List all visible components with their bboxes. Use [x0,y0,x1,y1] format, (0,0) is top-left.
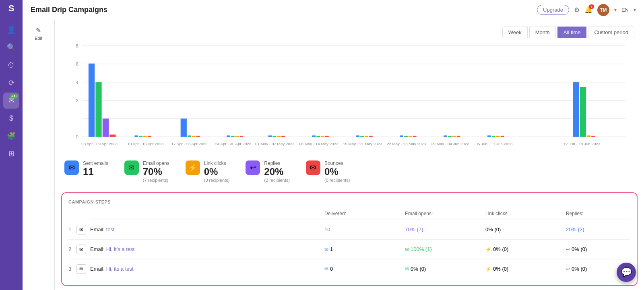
svg-rect-38 [369,136,373,137]
svg-rect-13 [103,119,109,137]
email-opens-value: 70% [143,166,169,178]
sidebar-item-clock[interactable]: ⏱ [3,57,19,73]
bounces-label: Bounces [324,160,350,166]
replies-sub: (2 recipients) [264,178,290,183]
notification-icon[interactable]: 🔔 6 [584,6,592,14]
step-link-3[interactable]: Hi, its a test [106,266,134,272]
avatar-chevron[interactable]: ▾ [614,7,617,13]
svg-rect-27 [268,136,272,137]
step-link-1[interactable]: test [106,226,115,232]
main: Email Drip Campaigns Upgrade ⚙ 🔔 6 TM ▾ … [23,0,644,290]
topbar: Email Drip Campaigns Upgrade ⚙ 🔔 6 TM ▾ … [23,0,644,20]
svg-rect-35 [356,136,359,137]
bounces-value: 0% [324,166,350,178]
sent-emails-value: 11 [83,166,108,178]
chat-button[interactable]: 💬 [617,263,636,282]
chat-icon: 💬 [621,267,632,278]
svg-text:01 May - 07 May 2023: 01 May - 07 May 2023 [255,142,294,146]
col-header-clicks: Link clicks: [485,211,566,216]
step-clicks-1: 0% (0) [485,226,566,232]
chart-area: Week Month All time Custom period 8 [55,20,644,290]
step-email-icon-3: ✉ [76,264,86,274]
svg-text:08 May - 14 May 2023: 08 May - 14 May 2023 [299,142,338,146]
step-replies-1: 20% (2) [566,226,630,232]
replies-value: 20% [264,166,290,178]
step-opens-3: ✉ 0% (0) [405,266,485,272]
svg-rect-51 [573,82,579,137]
sidebar-item-grid[interactable]: ⊞ [3,146,19,162]
svg-rect-40 [404,136,408,137]
chart-svg: 8 6 4 2 0 [64,41,634,154]
svg-rect-26 [240,136,244,137]
step-clicks-2: ⚡ 0% (0) [485,246,566,252]
avatar[interactable]: TM [597,4,609,16]
svg-rect-12 [95,82,101,137]
content: ✎ Edit Week Month All time Custom period [23,20,644,290]
topbar-right: Upgrade ⚙ 🔔 6 TM ▾ EN ▾ [537,4,636,16]
step-link-2[interactable]: Hi, it's a test [106,246,134,252]
svg-rect-19 [181,119,187,137]
svg-text:03 Apr - 09 Apr 2023: 03 Apr - 09 Apr 2023 [81,142,118,146]
step-num-3: 3 [68,266,76,272]
svg-text:22 May - 28 May 2023: 22 May - 28 May 2023 [387,142,426,146]
link-clicks-sub: (0 recipients) [204,178,230,183]
bounces-icon: ✉ [306,160,320,175]
svg-rect-25 [235,136,239,137]
svg-rect-54 [591,136,595,137]
step-email-icon-1: ✉ [76,225,86,234]
time-btn-month[interactable]: Month [529,27,556,38]
svg-rect-52 [580,87,586,137]
time-btn-custom[interactable]: Custom period [588,27,634,38]
step-label-3: Email: Hi, its a test [90,266,324,272]
edit-panel: ✎ Edit [23,20,55,290]
page-title: Email Drip Campaigns [31,6,107,14]
svg-rect-30 [281,136,285,137]
language-selector[interactable]: EN [621,7,629,13]
svg-rect-39 [400,136,403,137]
step-label-1: Email: test [90,226,324,232]
step-opens-2: ✉ 100% (1) [405,246,485,252]
time-btn-alltime[interactable]: All time [557,27,587,38]
email-opens-icon: ✉ [124,160,139,175]
svg-text:10 Apr - 16 Apr 2023: 10 Apr - 16 Apr 2023 [128,142,164,146]
sidebar-logo[interactable]: S [8,3,14,14]
lang-chevron[interactable]: ▾ [634,7,636,13]
col-header-opens: Email opens: [405,211,485,216]
sidebar-item-email[interactable]: ✉ +AI [3,93,19,109]
replies-label: Replies [264,160,290,166]
svg-text:17 Apr - 23 Apr 2023: 17 Apr - 23 Apr 2023 [171,142,208,146]
svg-rect-31 [312,136,316,137]
stat-sent-emails: ✉ Sent emails 11 [64,160,108,183]
step-num-1: 1 [68,226,76,232]
svg-rect-37 [365,136,368,137]
notification-badge: 6 [589,4,594,9]
edit-icon: ✎ [36,27,41,34]
svg-rect-28 [272,136,276,137]
sidebar-item-refresh[interactable]: ⟳ [3,75,19,91]
ai-badge: +AI [10,94,18,99]
email-opens-sub: (7 recipients) [143,178,169,183]
edit-button[interactable]: ✎ Edit [35,27,42,41]
svg-rect-11 [89,64,95,137]
sidebar-item-dollar[interactable]: $ [3,110,19,126]
svg-text:24 Apr - 30 Apr 2023: 24 Apr - 30 Apr 2023 [215,142,251,146]
step-row-3: 3 ✉ Email: Hi, its a test ✉ 0 ✉ 0% (0) ⚡… [68,259,630,279]
step-label-2: Email: Hi, it's a test [90,246,324,252]
sidebar-item-search[interactable]: 🔍 [3,39,19,56]
time-btn-week[interactable]: Week [502,27,528,38]
sidebar-item-contacts[interactable]: 👤 [3,22,19,38]
col-header-replies: Replies: [566,211,630,216]
link-clicks-icon: ⚡ [186,160,200,175]
svg-rect-32 [316,136,320,137]
stats-row: ✉ Sent emails 11 ✉ Email opens 70% (7 re… [55,154,644,189]
svg-rect-36 [360,136,364,137]
svg-text:6: 6 [76,61,78,67]
sidebar-item-puzzle[interactable]: 🧩 [3,128,19,144]
upgrade-button[interactable]: Upgrade [537,5,569,15]
step-delivered-1: 10 [324,226,405,232]
svg-rect-50 [501,136,504,137]
svg-rect-34 [325,136,329,137]
stat-link-clicks: ⚡ Link clicks 0% (0 recipients) [186,160,230,183]
settings-icon[interactable]: ⚙ [574,6,580,14]
svg-text:29 May - 04 Jun 2023: 29 May - 04 Jun 2023 [431,142,469,146]
